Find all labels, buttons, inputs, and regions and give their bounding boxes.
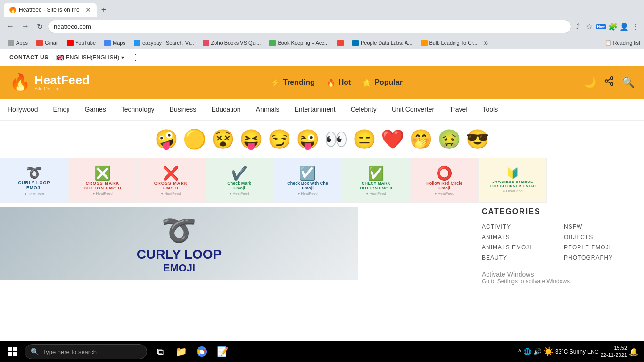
- nav-item-technology[interactable]: Technology: [114, 99, 162, 120]
- nav-item-unit-converter[interactable]: Unit Converter: [384, 99, 442, 120]
- nav-hot[interactable]: 🔥 Hot: [326, 78, 351, 87]
- dark-mode-toggle[interactable]: 🌙: [584, 76, 596, 89]
- category-people-emoji[interactable]: PEOPLE EMOJI: [564, 244, 636, 251]
- reading-list-btn[interactable]: 📋 Reading list: [605, 40, 640, 46]
- emoji-smirk[interactable]: 😏: [268, 128, 291, 150]
- emoji-wink[interactable]: 😜: [296, 128, 320, 150]
- bookmark-eazypay[interactable]: eazypay | Search, Vi...: [130, 39, 198, 47]
- menu-icon[interactable]: ⋮: [631, 22, 640, 31]
- card-placeholder-7: ⭕ Hollow Red CircleEmoji ● HeatFeed: [411, 158, 478, 202]
- nav-item-tools[interactable]: Tools: [475, 99, 506, 120]
- bookmark-bulb[interactable]: Bulb Leading To Cr...: [417, 39, 481, 47]
- nav-popular[interactable]: ⭐ Popular: [362, 78, 403, 87]
- logo-area[interactable]: 🔥 HeatFeed Site On Fire: [9, 73, 90, 92]
- card-japanese-symbol[interactable]: 🔰 JAPANESE SYMBOLFOR BEGINNER EMOJI ● He…: [479, 158, 547, 203]
- nav-item-emoji[interactable]: Emoji: [46, 99, 77, 120]
- nav-item-entertainment[interactable]: Entertainment: [287, 99, 343, 120]
- bookmark-maps[interactable]: Maps: [100, 39, 129, 47]
- more-options-btn[interactable]: ⋮: [132, 52, 140, 63]
- share-button[interactable]: [604, 76, 614, 89]
- share-icon[interactable]: ⤴: [573, 22, 583, 31]
- emoji-shushing[interactable]: 🤭: [409, 128, 433, 150]
- forward-button[interactable]: →: [19, 20, 32, 33]
- nav-item-business[interactable]: Business: [162, 99, 204, 120]
- category-beauty[interactable]: BEAUTY: [482, 255, 554, 261]
- card-cross-button[interactable]: ❎ CROSS MARKBUTTON EMOJI ● HeatFeed: [68, 158, 137, 203]
- language-selector[interactable]: 🇬🇧 ENGLISH(ENGLISH) ▾: [56, 54, 124, 61]
- card-cross-mark[interactable]: ❌ CROSS MARKEMOJI ● HeatFeed: [137, 158, 205, 203]
- card-curly-loop[interactable]: ➰ CURLY LOOPEMOJI ● HeatFeed: [0, 158, 68, 203]
- volume-icon[interactable]: 🔊: [533, 348, 541, 355]
- emoji-dizzy[interactable]: 🤪: [155, 128, 178, 150]
- bookmark-label-zoho: Zoho Books VS Qui...: [211, 40, 261, 46]
- card-check-button[interactable]: ✅ CHECY MARKBUTTON EMOJI ● HeatFeed: [342, 158, 410, 203]
- emoji-circle-yellow[interactable]: 🟡: [183, 128, 206, 150]
- svg-point-2: [611, 83, 613, 86]
- search-button[interactable]: 🔍: [622, 76, 635, 89]
- article-image[interactable]: ➰ CURLY LOOP EMOJI: [0, 207, 358, 280]
- notification-icon[interactable]: 🔔: [629, 347, 638, 356]
- word-button[interactable]: 📝: [213, 342, 232, 361]
- contact-us-link[interactable]: CONTACT US: [9, 54, 49, 61]
- bookmark-linkedin[interactable]: People Data Labs: A...: [348, 39, 416, 47]
- emoji-eyes[interactable]: 👀: [324, 128, 348, 150]
- emoji-sick[interactable]: 🤢: [438, 128, 461, 150]
- back-button[interactable]: ←: [4, 20, 17, 33]
- nav-item-travel[interactable]: Travel: [442, 99, 475, 120]
- nav-item-celebrity[interactable]: Celebrity: [343, 99, 384, 120]
- nav-item-education[interactable]: Education: [204, 99, 248, 120]
- category-photography[interactable]: PHOTOGRAPHY: [564, 255, 636, 261]
- start-button[interactable]: [2, 341, 23, 362]
- bookmark-apps[interactable]: Apps: [4, 39, 32, 47]
- clock-area[interactable]: 15:52 22-11-2021: [601, 345, 627, 359]
- category-animals-emoji[interactable]: ANIMALS EMOJI: [482, 244, 554, 251]
- more-bookmarks-btn[interactable]: »: [482, 38, 490, 48]
- file-explorer-button[interactable]: 📁: [172, 342, 190, 361]
- star-icon[interactable]: ☆: [585, 22, 594, 31]
- emoji-dizzy-face[interactable]: 😵: [211, 128, 235, 150]
- profile-icon[interactable]: 👤: [619, 22, 629, 31]
- hot-label: Hot: [339, 78, 351, 87]
- flag-icon: 🇬🇧: [56, 54, 64, 61]
- nav-trending[interactable]: ⚡ Trending: [271, 78, 315, 87]
- taskview-button[interactable]: ⧉: [151, 342, 170, 361]
- svg-rect-6: [13, 347, 17, 351]
- emoji-expressionless[interactable]: 😑: [353, 128, 376, 150]
- emoji-cool[interactable]: 😎: [466, 128, 489, 150]
- category-activity[interactable]: ACTIVITY: [482, 223, 554, 230]
- bookmark-youtube[interactable]: YouTube: [63, 39, 99, 47]
- emoji-heart[interactable]: ❤️: [381, 128, 405, 150]
- bookmark-773[interactable]: [333, 39, 347, 47]
- bookmark-zoho[interactable]: Zoho Books VS Qui...: [199, 39, 265, 47]
- weather-widget[interactable]: ☀️ 33°C Sunny: [543, 346, 586, 357]
- bookmark-bookkeeping[interactable]: Book Keeping – Acc...: [265, 39, 332, 47]
- nav-item-hollywood[interactable]: Hollywood: [0, 99, 46, 120]
- word-icon: 📝: [217, 346, 229, 357]
- extensions-icon[interactable]: 🧩: [608, 22, 618, 31]
- card-check-box[interactable]: ☑️ Check Box with CheEmoji ● HeatFeed: [273, 158, 342, 203]
- card-check-mark[interactable]: ✔️ Check MarkEmoji ● HeatFeed: [205, 158, 273, 203]
- chrome-button[interactable]: [192, 342, 211, 361]
- header-nav: ⚡ Trending 🔥 Hot ⭐ Popular: [271, 78, 403, 87]
- tab-close-btn[interactable]: ✕: [85, 6, 91, 14]
- bookmark-gmail[interactable]: Gmail: [33, 39, 62, 47]
- article-subtitle: EMOJI: [163, 262, 195, 274]
- main-article: ➰ CURLY LOOP EMOJI: [0, 203, 474, 285]
- reload-button[interactable]: ↻: [34, 20, 46, 33]
- card-hollow-circle[interactable]: ⭕ Hollow Red CircleEmoji ● HeatFeed: [410, 158, 479, 203]
- category-nsfw[interactable]: NSFW: [564, 223, 636, 230]
- nav-item-animals[interactable]: Animals: [248, 99, 287, 120]
- taskbar-search-box[interactable]: 🔍 Type here to search: [25, 344, 147, 359]
- category-animals[interactable]: ANIMALS: [482, 234, 554, 240]
- category-objects[interactable]: OBJECTS: [564, 234, 636, 240]
- active-tab[interactable]: 🔥 Heatfeed - Site is on fire ✕: [4, 3, 97, 17]
- emoji-tongue[interactable]: 😝: [239, 128, 263, 150]
- chrome-icon: [197, 346, 207, 357]
- taskbar: 🔍 Type here to search ⧉ 📁 📝 ^ 🌐: [0, 341, 644, 362]
- language-indicator[interactable]: ENG: [587, 349, 599, 354]
- up-chevron-icon[interactable]: ^: [518, 348, 521, 355]
- address-bar[interactable]: heatfeed.com: [48, 20, 571, 33]
- new-tab-button[interactable]: +: [99, 4, 109, 16]
- network-icon[interactable]: 🌐: [523, 348, 531, 355]
- nav-item-games[interactable]: Games: [77, 99, 114, 120]
